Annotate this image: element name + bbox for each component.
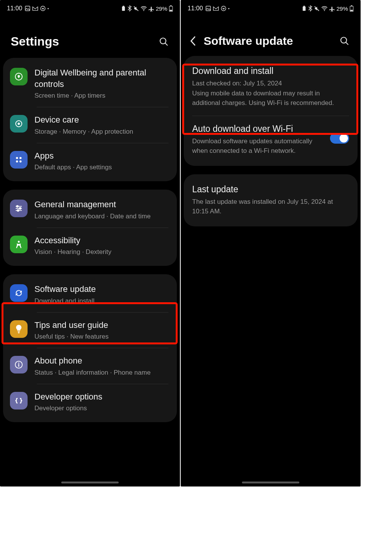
svg-line-10 [165,43,168,46]
status-bar: 11:00 • 29% [0,0,180,17]
svg-line-40 [346,42,348,45]
settings-group-1: Digital Wellbeing and parental controls … [3,58,177,181]
download-install-item[interactable]: Download and install Last checked on: Ju… [184,58,358,116]
battery-icon [169,5,173,12]
settings-item-title: About phone [34,355,170,367]
gmail-icon [213,6,219,11]
software-update-header: Software update [181,17,361,56]
download-warning: Using mobile data to download may result… [192,88,349,108]
battery-saver-icon [302,6,307,11]
accessibility-icon [10,236,28,253]
last-update-sub: The last update was installed on July 15… [192,197,349,216]
mute-icon [133,6,139,11]
auto-download-switch[interactable] [330,133,349,144]
svg-rect-8 [170,10,172,11]
settings-item-title: Apps [34,150,170,162]
svg-rect-2 [122,6,125,10]
svg-rect-33 [304,6,305,7]
svg-point-24 [18,241,20,242]
chevron-left-icon [189,36,197,46]
settings-item-tips[interactable]: Tips and user guide Useful tips · New fe… [3,313,177,348]
software-update-screen: 11:00 • 29% Software update [181,0,361,486]
whatsapp-icon [220,5,227,11]
settings-item-sub: Screen time · App timers [34,91,170,100]
svg-point-5 [143,10,144,11]
whatsapp-icon [40,5,46,11]
svg-rect-25 [18,331,20,332]
settings-item-title: Accessibility [34,235,170,246]
settings-item-title: Software update [34,283,170,295]
status-left-icons: • [24,5,49,11]
tips-icon [10,320,28,338]
settings-group-3: Software update Download and install Tip… [3,274,177,422]
svg-rect-7 [170,5,172,6]
bluetooth-icon [308,5,312,11]
wellbeing-icon [10,68,28,85]
status-time: 11:00 [188,5,203,12]
last-update-item[interactable]: Last update The last update was installe… [184,177,358,224]
svg-rect-37 [351,5,352,6]
status-battery: 29% [336,5,348,12]
wifi-icon [321,6,328,11]
settings-screen: 11:00 • 29% Settings [0,0,180,486]
svg-point-14 [16,157,18,159]
settings-item-sub: Storage · Memory · App protection [34,127,170,136]
settings-item-sub: Useful tips · New features [34,332,170,341]
settings-item-title: Device care [34,114,170,126]
auto-download-item[interactable]: Auto download over Wi-Fi Download softwa… [184,116,358,164]
svg-point-9 [160,38,166,44]
settings-item-general[interactable]: General management Language and keyboard… [3,192,177,228]
developer-icon [10,392,28,410]
settings-group-2: General management Language and keyboard… [3,190,177,266]
settings-item-sub: Default apps · App settings [34,163,170,172]
settings-item-software-update[interactable]: Software update Download and install [3,277,177,312]
settings-item-devicecare[interactable]: Device care Storage · Memory · App prote… [3,107,177,143]
svg-point-21 [19,208,21,210]
auto-download-sub: Download software updates automatically … [192,136,318,156]
general-icon [10,200,28,217]
settings-item-sub: Vision · Hearing · Dexterity [34,247,170,257]
settings-item-sub: Language and keyboard · Date and time [34,212,170,221]
download-title: Download and install [192,66,349,76]
download-last-checked: Last checked on: July 15, 2024 [192,79,349,88]
update-group-1: Download and install Last checked on: Ju… [184,56,358,166]
settings-item-wellbeing[interactable]: Digital Wellbeing and parental controls … [3,60,177,107]
nav-handle[interactable] [242,482,299,483]
bluetooth-icon [127,5,132,11]
image-icon [24,5,31,11]
settings-item-title: Developer options [34,391,170,403]
svg-point-15 [20,157,22,159]
svg-point-39 [341,37,346,43]
apps-icon [10,151,28,169]
settings-item-developer[interactable]: Developer options Developer options [3,384,177,420]
svg-point-16 [16,160,18,162]
svg-point-28 [18,363,20,364]
svg-rect-32 [303,6,306,10]
svg-point-13 [18,123,20,125]
last-update-title: Last update [192,184,349,195]
back-button[interactable] [188,36,198,46]
status-time: 11:00 [7,5,22,12]
dot-icon: • [228,7,230,11]
nav-handle[interactable] [61,482,119,483]
search-button[interactable] [158,36,169,47]
settings-item-about[interactable]: About phone Status · Legal information ·… [3,348,177,384]
search-button[interactable] [339,36,350,46]
page-title: Settings [11,34,59,49]
switch-knob [340,134,348,143]
svg-rect-0 [25,6,30,11]
svg-rect-30 [206,6,211,11]
search-icon [340,36,350,46]
svg-rect-29 [18,364,19,367]
page-title: Software update [204,34,293,48]
svg-point-35 [324,10,325,11]
settings-item-apps[interactable]: Apps Default apps · App settings [3,143,177,179]
settings-item-title: General management [34,199,170,210]
settings-item-accessibility[interactable]: Accessibility Vision · Hearing · Dexteri… [3,228,177,264]
svg-rect-26 [18,333,20,333]
status-bar: 11:00 • 29% [181,0,361,17]
status-left-icons: • [205,5,230,11]
airplane-icon [329,6,335,11]
auto-download-title: Auto download over Wi-Fi [192,124,325,134]
software-update-icon [10,284,28,302]
